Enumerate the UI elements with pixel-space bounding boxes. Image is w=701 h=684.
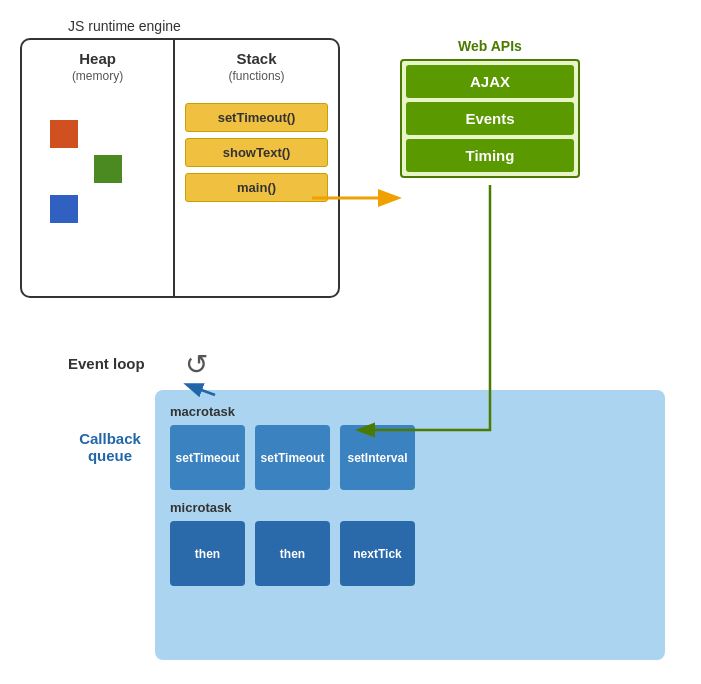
microtask-item-then-1: then bbox=[170, 521, 245, 586]
event-loop-icon: ↺ bbox=[185, 348, 208, 381]
heap-subtitle: (memory) bbox=[32, 69, 163, 83]
heap-square-blue bbox=[50, 195, 78, 223]
heap-title: Heap bbox=[32, 50, 163, 67]
macrotask-row: setTimeout setTimeout setInterval bbox=[170, 425, 650, 490]
web-apis-label: Web APIs bbox=[400, 38, 580, 54]
macrotask-label: macrotask bbox=[170, 404, 650, 419]
web-apis-box: AJAX Events Timing bbox=[400, 59, 580, 178]
web-api-events: Events bbox=[406, 102, 574, 135]
heap-section: Heap (memory) bbox=[22, 40, 175, 296]
web-apis-container: Web APIs AJAX Events Timing bbox=[400, 38, 580, 178]
js-runtime-label: JS runtime engine bbox=[68, 18, 181, 34]
heap-square-green bbox=[94, 155, 122, 183]
macrotask-item-settimeout-1: setTimeout bbox=[170, 425, 245, 490]
stack-item-showtext: showText() bbox=[185, 138, 328, 167]
callback-queue-area: macrotask setTimeout setTimeout setInter… bbox=[155, 390, 665, 660]
stack-item-settimeout: setTimeout() bbox=[185, 103, 328, 132]
event-loop-label: Event loop bbox=[68, 355, 145, 372]
stack-section: Stack (functions) setTimeout() showText(… bbox=[175, 40, 338, 296]
callback-queue-label: Callback queue bbox=[65, 430, 155, 464]
microtask-label: microtask bbox=[170, 500, 650, 515]
heap-square-red bbox=[50, 120, 78, 148]
web-api-timing: Timing bbox=[406, 139, 574, 172]
macrotask-item-settimeout-2: setTimeout bbox=[255, 425, 330, 490]
js-runtime-box: Heap (memory) Stack (functions) setTimeo… bbox=[20, 38, 340, 298]
stack-subtitle: (functions) bbox=[185, 69, 328, 83]
web-api-ajax: AJAX bbox=[406, 65, 574, 98]
microtask-item-then-2: then bbox=[255, 521, 330, 586]
stack-title: Stack bbox=[185, 50, 328, 67]
microtask-item-nexttick: nextTick bbox=[340, 521, 415, 586]
macrotask-item-setinterval: setInterval bbox=[340, 425, 415, 490]
microtask-row: then then nextTick bbox=[170, 521, 650, 586]
stack-item-main: main() bbox=[185, 173, 328, 202]
